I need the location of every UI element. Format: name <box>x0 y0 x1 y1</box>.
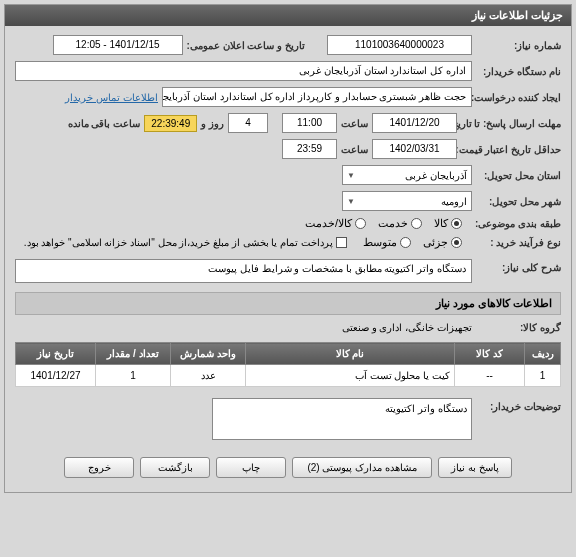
chevron-down-icon: ▼ <box>347 197 355 206</box>
panel-title: جزئیات اطلاعات نیاز <box>5 5 571 26</box>
cat-service-option[interactable]: خدمت <box>378 217 422 230</box>
cat-both-label: کالا/خدمت <box>305 217 352 230</box>
col-qty: تعداد / مقدار <box>96 343 171 365</box>
col-unit: واحد شمارش <box>171 343 246 365</box>
radio-icon <box>411 218 422 229</box>
cat-both-option[interactable]: کالا/خدمت <box>305 217 366 230</box>
proc-low-option[interactable]: جزئی <box>423 236 462 249</box>
reply-button[interactable]: پاسخ به نیاز <box>438 457 512 478</box>
remain-suffix: ساعت باقی مانده <box>68 118 141 129</box>
creator-label: ایجاد کننده درخواست: <box>476 92 561 103</box>
table-header-row: ردیف کد کالا نام کالا واحد شمارش تعداد /… <box>16 343 561 365</box>
proc-low-label: جزئی <box>423 236 448 249</box>
desc-value: دستگاه واتر اکتیویته مطابق با مشخصات و ش… <box>15 259 472 283</box>
button-bar: پاسخ به نیاز مشاهده مدارک پیوستی (2) چاپ… <box>15 443 561 486</box>
cell-code: -- <box>455 365 525 387</box>
cell-row: 1 <box>525 365 561 387</box>
radio-icon <box>451 218 462 229</box>
col-code: کد کالا <box>455 343 525 365</box>
ann-dt-value: 1401/12/15 - 12:05 <box>53 35 183 55</box>
province-dropdown[interactable]: آذربایجان غربی ▼ <box>342 165 472 185</box>
process-radio-group: جزئی متوسط <box>363 236 462 249</box>
cat-goods-option[interactable]: کالا <box>434 217 462 230</box>
group-value: تجهیزات خانگی، اداری و صنعتی <box>342 322 472 333</box>
process-label: نوع فرآیند خرید : <box>466 237 561 248</box>
city-value: ارومیه <box>441 196 467 207</box>
panel-body: شماره نیاز: 1101003640000023 تاریخ و ساع… <box>5 26 571 492</box>
buyer-contact-link[interactable]: اطلاعات تماس خریدار <box>65 92 158 103</box>
resp-time: 11:00 <box>282 113 337 133</box>
items-section-title: اطلاعات کالاهای مورد نیاز <box>15 292 561 315</box>
cell-qty: 1 <box>96 365 171 387</box>
proc-mid-option[interactable]: متوسط <box>363 236 411 249</box>
countdown-timer: 22:39:49 <box>144 115 197 132</box>
resp-deadline-label: مهلت ارسال پاسخ: تا تاریخ: <box>461 118 561 129</box>
ann-dt-label: تاریخ و ساعت اعلان عمومی: <box>187 40 305 51</box>
proc-mid-label: متوسط <box>363 236 397 249</box>
col-date: تاریخ نیاز <box>16 343 96 365</box>
radio-icon <box>451 237 462 248</box>
attachments-button[interactable]: مشاهده مدارک پیوستی (2) <box>292 457 432 478</box>
day-word: روز و <box>201 118 224 129</box>
chevron-down-icon: ▼ <box>347 171 355 180</box>
need-details-panel: جزئیات اطلاعات نیاز شماره نیاز: 11010036… <box>4 4 572 493</box>
buyer-notes-label: توضیحات خریدار: <box>476 398 561 412</box>
need-no-label: شماره نیاز: <box>476 40 561 51</box>
desc-label: شرح کلی نیاز: <box>476 259 561 273</box>
days-left: 4 <box>228 113 268 133</box>
time-label-1: ساعت <box>341 118 368 129</box>
exit-button[interactable]: خروج <box>64 457 134 478</box>
time-label-2: ساعت <box>341 144 368 155</box>
cat-service-label: خدمت <box>378 217 408 230</box>
cat-label: طبقه بندی موضوعی: <box>466 218 561 229</box>
checkbox-icon <box>336 237 347 248</box>
col-name: نام کالا <box>246 343 455 365</box>
need-no-value: 1101003640000023 <box>327 35 472 55</box>
back-button[interactable]: بازگشت <box>140 457 210 478</box>
radio-icon <box>400 237 411 248</box>
province-label: استان محل تحویل: <box>476 170 561 181</box>
group-label: گروه کالا: <box>476 322 561 333</box>
province-value: آذربایجان غربی <box>405 170 467 181</box>
col-row: ردیف <box>525 343 561 365</box>
city-label: شهر محل تحویل: <box>476 196 561 207</box>
price-time: 23:59 <box>282 139 337 159</box>
cat-goods-label: کالا <box>434 217 448 230</box>
buyer-org-label: نام دستگاه خریدار: <box>476 66 561 77</box>
creator-value: حجت ظاهر شبستری حسابدار و کارپرداز اداره… <box>162 87 472 107</box>
city-dropdown[interactable]: ارومیه ▼ <box>342 191 472 211</box>
resp-date: 1401/12/20 <box>372 113 457 133</box>
table-row[interactable]: 1 -- کیت یا محلول تست آب عدد 1 1401/12/2… <box>16 365 561 387</box>
cell-name: کیت یا محلول تست آب <box>246 365 455 387</box>
buyer-org-value: اداره کل استاندارد استان آذربایجان غربی <box>15 61 472 81</box>
buyer-notes-value: دستگاه واتر اکتیویته <box>212 398 472 440</box>
radio-icon <box>355 218 366 229</box>
price-valid-label: حداقل تاریخ اعتبار قیمت: تا تاریخ: <box>461 144 561 155</box>
price-date: 1402/03/31 <box>372 139 457 159</box>
cell-unit: عدد <box>171 365 246 387</box>
print-button[interactable]: چاپ <box>216 457 286 478</box>
cell-date: 1401/12/27 <box>16 365 96 387</box>
pay-note-check[interactable]: پرداخت تمام یا بخشی از مبلغ خرید،از محل … <box>24 237 347 248</box>
pay-note-text: پرداخت تمام یا بخشی از مبلغ خرید،از محل … <box>24 237 333 248</box>
category-radio-group: کالا خدمت کالا/خدمت <box>305 217 462 230</box>
items-table: ردیف کد کالا نام کالا واحد شمارش تعداد /… <box>15 342 561 387</box>
